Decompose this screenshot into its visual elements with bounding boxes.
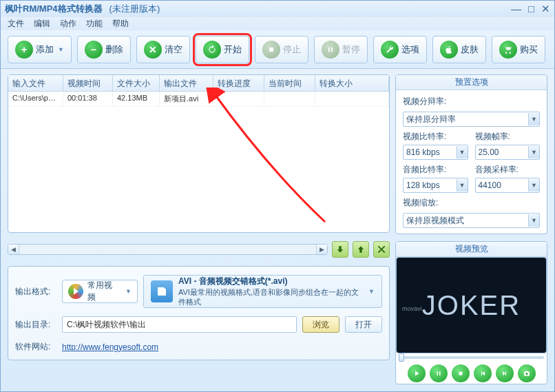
skin-button[interactable]: 皮肤 — [432, 36, 486, 63]
video-preview[interactable]: movaviJOKER — [396, 257, 547, 353]
chevron-down-icon: ▼ — [58, 46, 64, 53]
table-row[interactable]: C:\Users\pc\... 00:01:38 42.13MB 新项目.avi — [8, 92, 389, 107]
chevron-down-icon: ▼ — [528, 214, 539, 227]
asr-label: 音频采样率: — [475, 164, 541, 176]
format-label: 输出格式: — [15, 286, 56, 298]
format-detail-combo[interactable]: AVI - 音频视频交错格式(*.avi)AVI最常用的视频格式,语音和影像同步… — [143, 275, 382, 308]
chevron-down-icon: ▼ — [457, 146, 468, 158]
menu-help[interactable]: 帮助 — [112, 18, 129, 30]
cell-curtime — [264, 92, 315, 106]
scroll-left-icon[interactable]: ◀ — [8, 245, 19, 254]
preview-watermark: movavi — [402, 305, 422, 312]
vres-label: 视频分辩率: — [403, 96, 540, 107]
snapshot-button[interactable] — [518, 364, 536, 382]
titlebar: 枫叶RM/MP4格式转换器 (未注册版本) — □ ✕ — [1, 1, 554, 17]
th-progress[interactable]: 转换进度 — [213, 75, 264, 91]
clear-button[interactable]: ✕清空 — [136, 36, 190, 63]
menu-action[interactable]: 动作 — [60, 18, 76, 30]
vbit-select[interactable]: 816 kbps▼ — [403, 145, 468, 160]
preset-body: 视频分辩率: 保持原分辩率▼ 视频比特率:816 kbps▼ 视频帧率:25.0… — [396, 90, 547, 234]
minimize-icon[interactable]: — — [511, 3, 521, 15]
th-input[interactable]: 输入文件 — [8, 75, 63, 91]
h-scrollbar[interactable]: ◀▶ — [8, 244, 328, 255]
th-size[interactable]: 文件大小 — [113, 75, 160, 91]
cart-icon — [499, 41, 517, 59]
chevron-down-icon: ▼ — [528, 113, 539, 125]
app-title: 枫叶RM/MP4格式转换器 — [5, 3, 103, 15]
pause-button[interactable]: 暂停 — [314, 36, 368, 63]
add-button[interactable]: +添加▼ — [8, 36, 72, 63]
buy-button[interactable]: 购买 — [492, 36, 545, 63]
browse-button[interactable]: 浏览 — [302, 316, 339, 333]
chevron-down-icon: ▼ — [368, 288, 375, 295]
play-button[interactable] — [408, 364, 426, 382]
svg-rect-1 — [328, 47, 330, 52]
table-body: C:\Users\pc\... 00:01:38 42.13MB 新项目.avi — [8, 92, 389, 232]
pause-icon — [322, 41, 339, 59]
file-table: 输入文件 视频时间 文件大小 输出文件 转换进度 当前时间 转换大小 C:\Us… — [8, 74, 390, 233]
menu-file[interactable]: 文件 — [8, 18, 24, 30]
move-down-button[interactable] — [332, 241, 348, 258]
th-duration[interactable]: 视频时间 — [63, 75, 113, 91]
format-desc: AVI最常用的视频格式,语音和影像同步组合在一起的文件格式 — [178, 288, 359, 306]
cell-duration: 00:01:38 — [63, 92, 113, 106]
th-output[interactable]: 输出文件 — [160, 75, 213, 91]
preview-panel: 视频预览 movaviJOKER — [395, 241, 547, 384]
window-controls: — □ ✕ — [511, 3, 550, 15]
next-button[interactable] — [496, 364, 514, 382]
media-controls — [396, 362, 547, 384]
remove-item-button[interactable] — [373, 241, 390, 258]
pause-media-button[interactable] — [430, 364, 448, 382]
output-panel: 输出格式: 常用视频▼ AVI - 音频视频交错格式(*.avi)AVI最常用的… — [8, 266, 390, 360]
svg-rect-2 — [331, 47, 333, 52]
svg-rect-4 — [439, 371, 441, 375]
asr-select[interactable]: 44100▼ — [475, 178, 541, 193]
abit-label: 音频比特率: — [403, 164, 468, 176]
menu-function[interactable]: 功能 — [86, 18, 103, 30]
site-link[interactable]: http://www.fengyesoft.com — [62, 342, 158, 352]
content: 输入文件 视频时间 文件大小 输出文件 转换进度 当前时间 转换大小 C:\Us… — [1, 69, 554, 391]
vfps-label: 视频帧率: — [475, 131, 541, 143]
svg-rect-3 — [437, 371, 438, 375]
vres-select[interactable]: 保持原分辩率▼ — [403, 112, 540, 127]
plus-icon: + — [15, 41, 33, 59]
stop-media-button[interactable] — [452, 364, 470, 382]
svg-rect-0 — [269, 48, 273, 52]
stop-icon — [262, 41, 280, 59]
stop-button[interactable]: 停止 — [255, 36, 308, 63]
cell-progress — [213, 92, 264, 106]
options-button[interactable]: 选项 — [373, 36, 427, 63]
delete-button[interactable]: −删除 — [77, 36, 131, 63]
slider-thumb[interactable] — [399, 353, 404, 362]
menu-edit[interactable]: 编辑 — [34, 18, 50, 30]
prev-button[interactable] — [474, 364, 492, 382]
close-icon[interactable]: ✕ — [541, 3, 550, 15]
th-curtime[interactable]: 当前时间 — [264, 75, 315, 91]
format-row: 输出格式: 常用视频▼ AVI - 音频视频交错格式(*.avi)AVI最常用的… — [15, 275, 382, 308]
vzoom-select[interactable]: 保持原视频模式▼ — [403, 213, 540, 228]
maximize-icon[interactable]: □ — [528, 3, 534, 15]
vfps-select[interactable]: 25.00▼ — [475, 145, 541, 160]
move-up-button[interactable] — [353, 241, 369, 258]
scroll-right-icon[interactable]: ▶ — [316, 245, 327, 254]
dir-row: 输出目录: 浏览 打开 — [15, 316, 382, 333]
app-status: (未注册版本) — [109, 3, 160, 15]
start-button[interactable]: 开始 — [196, 36, 249, 63]
dir-label: 输出目录: — [15, 319, 56, 331]
format-category-combo[interactable]: 常用视频▼ — [62, 280, 138, 303]
left-column: 输入文件 视频时间 文件大小 输出文件 转换进度 当前时间 转换大小 C:\Us… — [8, 74, 390, 384]
th-outsize[interactable]: 转换大小 — [315, 75, 389, 91]
abit-select[interactable]: 128 kbps▼ — [403, 178, 468, 193]
preset-panel: 预置选项 视频分辩率: 保持原分辩率▼ 视频比特率:816 kbps▼ 视频帧率… — [395, 74, 547, 234]
svg-rect-5 — [459, 372, 462, 375]
seek-slider[interactable] — [396, 353, 547, 362]
apple-icon — [440, 41, 458, 59]
cell-outsize — [315, 92, 389, 106]
chevron-down-icon: ▼ — [125, 288, 132, 295]
x-icon: ✕ — [144, 41, 162, 59]
open-button[interactable]: 打开 — [345, 316, 382, 333]
output-dir-input[interactable] — [62, 316, 297, 333]
wrench-icon — [381, 41, 399, 59]
preview-title: 视频预览 — [396, 242, 547, 257]
minus-icon: − — [85, 41, 103, 59]
